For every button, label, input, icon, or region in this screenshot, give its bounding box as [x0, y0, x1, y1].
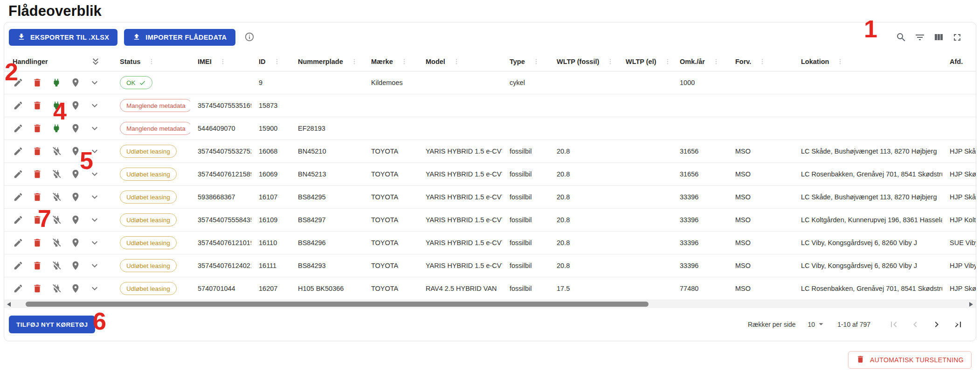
next-page-icon[interactable]: [931, 319, 942, 330]
location-button[interactable]: [70, 146, 81, 157]
previous-page-icon[interactable]: [910, 319, 921, 330]
edit-button[interactable]: [13, 283, 24, 294]
edit-button[interactable]: [13, 191, 24, 203]
cell-plate: BS84297: [290, 209, 364, 231]
edit-button[interactable]: [13, 77, 24, 88]
delete-button[interactable]: [32, 260, 43, 271]
expand-row-button[interactable]: [89, 283, 100, 294]
column-header-wltp_fossil[interactable]: WLTP (fossil): [549, 52, 618, 71]
column-menu-icon[interactable]: [453, 58, 460, 65]
export-xlsx-button[interactable]: EKSPORTER TIL .XLSX: [9, 29, 117, 46]
delete-button[interactable]: [32, 123, 43, 134]
expand-row-button[interactable]: [89, 146, 100, 157]
power-off-button[interactable]: [51, 283, 62, 294]
rows-per-page-select[interactable]: 10: [808, 319, 827, 331]
location-button[interactable]: [70, 100, 81, 111]
delete-button[interactable]: [32, 169, 43, 180]
column-header-model[interactable]: Model: [418, 52, 502, 71]
edit-button[interactable]: [13, 260, 24, 271]
expand-row-button[interactable]: [89, 123, 100, 134]
expand-row-button[interactable]: [89, 191, 100, 203]
info-icon[interactable]: [244, 32, 255, 43]
power-off-button[interactable]: [51, 146, 62, 157]
edit-button[interactable]: [13, 146, 24, 157]
column-header-forv[interactable]: Forv.: [728, 52, 794, 71]
column-menu-icon[interactable]: [148, 58, 155, 65]
column-header-id[interactable]: ID: [251, 52, 290, 71]
column-menu-icon[interactable]: [400, 58, 408, 65]
cell-imei: 357454075535169: [190, 94, 251, 117]
horizontal-scrollbar[interactable]: [4, 300, 976, 308]
location-button[interactable]: [70, 123, 81, 134]
delete-button[interactable]: [32, 191, 43, 203]
last-page-icon[interactable]: [952, 319, 964, 330]
column-menu-icon[interactable]: [273, 58, 281, 65]
power-off-button[interactable]: [51, 214, 62, 225]
add-vehicle-button[interactable]: TILFØJ NYT KØRETØJ: [9, 316, 95, 333]
column-menu-icon[interactable]: [836, 58, 844, 65]
cell-brand: [364, 94, 418, 117]
expand-row-button[interactable]: [89, 214, 100, 225]
cell-wltp_el: [618, 71, 672, 94]
column-menu-icon[interactable]: [607, 58, 614, 65]
column-header-wltp_el[interactable]: WLTP (el): [618, 52, 672, 71]
delete-button[interactable]: [32, 100, 43, 111]
power-on-button[interactable]: [51, 100, 62, 111]
column-header-status[interactable]: Status: [112, 52, 190, 71]
expand-row-button[interactable]: [89, 260, 100, 271]
automatic-trip-deletion-button[interactable]: AUTOMATISK TURSLETNING: [848, 351, 972, 369]
import-fleetdata-button[interactable]: IMPORTER FLÅDEDATA: [124, 29, 235, 46]
delete-button[interactable]: [32, 283, 43, 294]
edit-button[interactable]: [13, 123, 24, 134]
cell-omk_ar: 1000: [672, 71, 728, 94]
delete-button[interactable]: [32, 146, 43, 157]
column-header-imei[interactable]: IMEI: [190, 52, 251, 71]
column-header-lokation[interactable]: Lokation: [794, 52, 942, 71]
power-off-button[interactable]: [51, 237, 62, 248]
search-icon[interactable]: [896, 32, 907, 43]
expand-row-button[interactable]: [89, 237, 100, 248]
edit-button[interactable]: [13, 237, 24, 248]
column-header-actions[interactable]: Handlinger: [4, 52, 112, 71]
location-button[interactable]: [70, 237, 81, 248]
location-button[interactable]: [70, 260, 81, 271]
horizontal-scrollbar-thumb[interactable]: [26, 302, 649, 307]
column-header-brand[interactable]: Mærke: [364, 52, 418, 71]
column-header-omk_ar[interactable]: Omk./år: [672, 52, 728, 71]
edit-button[interactable]: [13, 169, 24, 180]
filter-icon[interactable]: [914, 32, 925, 43]
location-button[interactable]: [70, 77, 81, 88]
expand-row-button[interactable]: [89, 100, 100, 111]
power-off-button[interactable]: [51, 260, 62, 271]
expand-row-button[interactable]: [89, 77, 100, 88]
column-menu-icon[interactable]: [351, 58, 358, 65]
edit-button[interactable]: [13, 214, 24, 225]
delete-button[interactable]: [32, 77, 43, 88]
column-menu-icon[interactable]: [712, 58, 720, 65]
double-chevron-down-icon[interactable]: [90, 56, 101, 67]
column-header-plate[interactable]: Nummerplade: [290, 52, 364, 71]
delete-button[interactable]: [32, 237, 43, 248]
first-page-icon[interactable]: [888, 319, 899, 330]
power-off-button[interactable]: [51, 169, 62, 180]
edit-button[interactable]: [13, 100, 24, 111]
scroll-right-arrow-icon[interactable]: [969, 302, 973, 307]
column-menu-icon[interactable]: [532, 58, 540, 65]
power-off-button[interactable]: [51, 191, 62, 203]
location-button[interactable]: [70, 169, 81, 180]
column-menu-icon[interactable]: [759, 58, 766, 65]
column-menu-icon[interactable]: [219, 58, 227, 65]
column-header-afd[interactable]: Afd.: [942, 52, 976, 71]
scroll-left-arrow-icon[interactable]: [7, 302, 11, 307]
expand-row-button[interactable]: [89, 169, 100, 180]
location-button[interactable]: [70, 283, 81, 294]
fullscreen-icon[interactable]: [952, 32, 963, 43]
delete-button[interactable]: [32, 214, 43, 225]
power-on-button[interactable]: [51, 77, 62, 88]
column-header-type[interactable]: Type: [502, 52, 549, 71]
columns-icon[interactable]: [933, 32, 944, 43]
location-button[interactable]: [70, 214, 81, 225]
column-menu-icon[interactable]: [664, 58, 671, 65]
location-button[interactable]: [70, 191, 81, 203]
power-on-button[interactable]: [51, 123, 62, 134]
